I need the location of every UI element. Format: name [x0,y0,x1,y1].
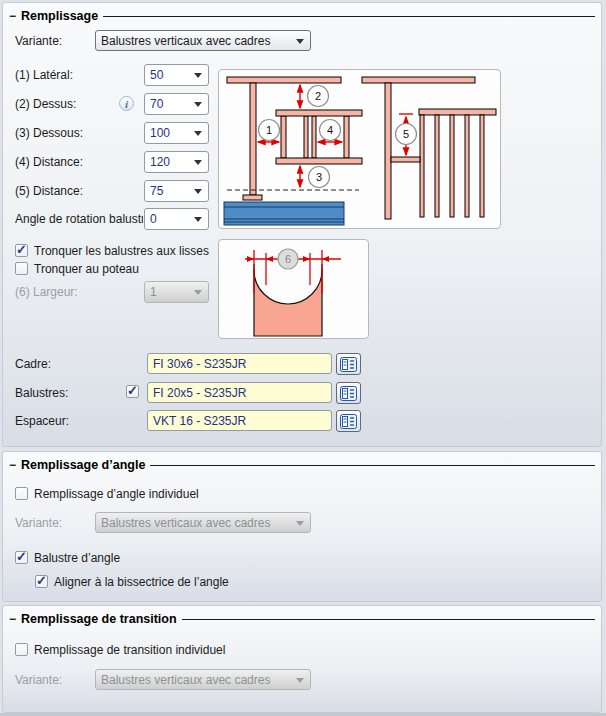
table-icon [340,414,357,429]
chevron-down-icon [194,73,202,78]
param-label: Angle de rotation balustr [15,212,143,226]
header-rule [103,16,595,17]
param-label: (5) Distance: [15,184,83,198]
param-label: (4) Distance: [15,155,83,169]
param-label: (2) Dessus: [15,97,76,111]
info-icon[interactable]: i [119,96,134,111]
cadre-browse-button[interactable] [336,353,361,375]
railing-diagram: 1 2 3 4 5 [218,69,501,229]
balustres-checkbox[interactable] [126,385,139,398]
truncate-lisses-label: Tronquer les balustres aux lisses [34,244,209,258]
param-dessus-select[interactable]: 70 [144,93,209,115]
callout-3: 3 [316,171,322,183]
table-icon [340,357,357,372]
collapse-icon[interactable]: − [9,11,16,21]
angle-balustre-checkbox[interactable] [15,551,28,564]
transition-variante-select[interactable]: Balustres verticaux avec cadres [95,669,311,690]
angle-balustre-label: Balustre d’angle [34,551,120,565]
chevron-down-icon [194,131,202,136]
param-distance5-select[interactable]: 75 [144,180,209,202]
chevron-down-icon [194,217,202,222]
truncate-post-label: Tronquer au poteau [34,262,139,276]
section-header: − Remplissage d’angle [9,458,595,472]
largeur-select[interactable]: 1 [144,281,209,303]
baluster-cut-svg: 6 [219,240,368,338]
transition-individual-checkbox[interactable] [15,643,28,656]
railing-diagram-svg: 1 2 3 4 5 [219,70,500,228]
section-remplissage-transition: − Remplissage de transition Remplissage … [2,605,602,713]
baluster-cut-diagram: 6 [218,239,369,339]
section-remplissage-angle: − Remplissage d’angle Remplissage d’angl… [2,451,602,602]
cadre-field[interactable]: FI 30x6 - S235JR [147,353,332,374]
param-rotation-select[interactable]: 0 [144,208,209,230]
callout-6: 6 [285,253,291,265]
param-dessous-select[interactable]: 100 [144,122,209,144]
espaceur-browse-button[interactable] [336,410,361,432]
table-icon [340,386,357,401]
header-rule [150,465,595,466]
truncate-post-checkbox[interactable] [15,262,28,275]
param-label: (1) Latéral: [15,68,73,82]
param-label: (3) Dessous: [15,126,83,140]
callout-2: 2 [315,90,321,102]
collapse-icon[interactable]: − [9,460,16,470]
variante-select[interactable]: Balustres verticaux avec cadres [95,30,311,51]
angle-individual-checkbox[interactable] [15,487,28,500]
variante-label: Variante: [15,34,62,48]
espaceur-field[interactable]: VKT 16 - S235JR [147,410,332,431]
section-title: Remplissage [21,9,98,23]
chevron-down-icon [296,521,304,526]
balustres-label: Balustres: [15,386,68,400]
transition-variante-label: Variante: [15,673,62,687]
balustres-browse-button[interactable] [336,382,361,404]
chevron-down-icon [194,290,202,295]
collapse-icon[interactable]: − [9,614,16,624]
section-title: Remplissage de transition [21,612,177,626]
section-header: − Remplissage de transition [9,612,595,626]
callout-1: 1 [266,124,272,136]
chevron-down-icon [296,678,304,683]
callout-4: 4 [327,124,333,136]
transition-individual-label: Remplissage de transition individuel [34,643,225,657]
espaceur-label: Espaceur: [15,414,69,428]
angle-individual-label: Remplissage d’angle individuel [34,487,199,501]
param-distance4-select[interactable]: 120 [144,151,209,173]
angle-variante-select[interactable]: Balustres verticaux avec cadres [95,512,311,533]
truncate-lisses-checkbox[interactable] [15,244,28,257]
chevron-down-icon [194,160,202,165]
chevron-down-icon [296,39,304,44]
largeur-label: (6) Largeur: [15,285,78,299]
section-title: Remplissage d’angle [21,458,145,472]
filling-settings-panel: − Remplissage Variante: Balustres vertic… [0,0,606,716]
balustres-field[interactable]: FI 20x5 - S235JR [147,382,332,403]
angle-bissectrice-checkbox[interactable] [35,575,48,588]
angle-bissectrice-label: Aligner à la bissectrice de l’angle [54,575,229,589]
section-header: − Remplissage [9,9,595,23]
callout-5: 5 [403,128,409,140]
chevron-down-icon [194,102,202,107]
angle-variante-label: Variante: [15,516,62,530]
section-remplissage: − Remplissage Variante: Balustres vertic… [2,2,602,447]
param-lateral-select[interactable]: 50 [144,64,209,86]
cadre-label: Cadre: [15,357,51,371]
chevron-down-icon [194,189,202,194]
header-rule [182,619,595,620]
